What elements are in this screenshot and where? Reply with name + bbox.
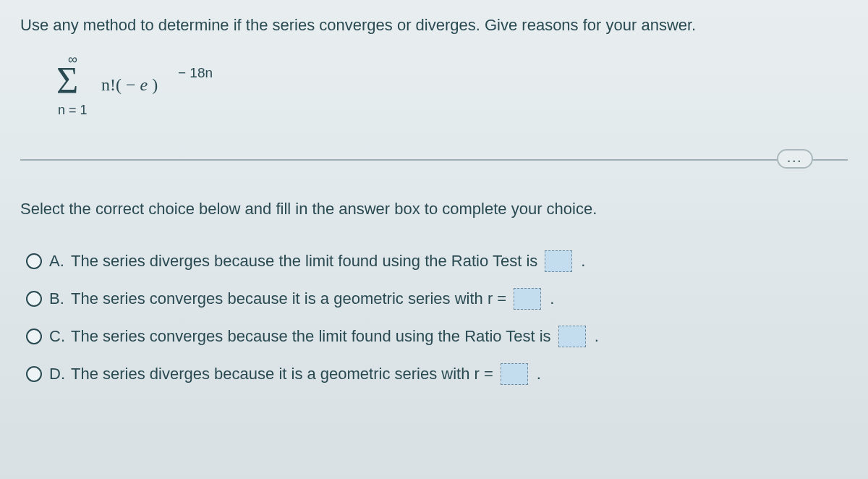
choice-d-text: The series diverges because it is a geom… [71,363,541,385]
ellipsis-badge[interactable]: ... [777,149,813,169]
answer-box-c[interactable] [558,326,586,347]
choice-a[interactable]: A. The series diverges because the limit… [26,250,848,272]
radio-b[interactable] [26,291,42,307]
choice-b-letter: B. [49,289,71,308]
question-container: Use any method to determine if the serie… [0,0,868,417]
answer-box-b[interactable] [514,288,541,310]
choice-c-letter: C. [49,327,71,346]
series-term: n!( − e ) [101,75,158,95]
sigma-symbol: Σ [56,62,78,100]
question-prompt: Use any method to determine if the serie… [20,16,848,35]
divider-row: ... [20,149,848,171]
sum-lower-limit: n = 1 [58,103,88,118]
choice-b[interactable]: B. The series converges because it is a … [26,288,848,310]
choice-c-text: The series converges because the limit f… [71,326,599,347]
choice-d-letter: D. [49,365,71,383]
choice-c[interactable]: C. The series converges because the limi… [26,326,848,347]
divider-line [20,159,848,161]
series-formula: ∞ Σ n = 1 n!( − e ) − 18n [56,55,848,122]
series-exponent: − 18n [178,65,213,81]
answer-box-d[interactable] [501,363,528,385]
instruction-text: Select the correct choice below and fill… [20,200,848,219]
choice-d[interactable]: D. The series diverges because it is a g… [26,363,848,385]
choice-b-text: The series converges because it is a geo… [71,288,554,310]
radio-c[interactable] [26,328,42,344]
choice-a-letter: A. [49,252,71,271]
radio-d[interactable] [26,366,42,382]
radio-a[interactable] [26,253,42,269]
answer-box-a[interactable] [545,250,572,272]
choices-list: A. The series diverges because the limit… [26,250,848,385]
choice-a-text: The series diverges because the limit fo… [71,250,585,272]
